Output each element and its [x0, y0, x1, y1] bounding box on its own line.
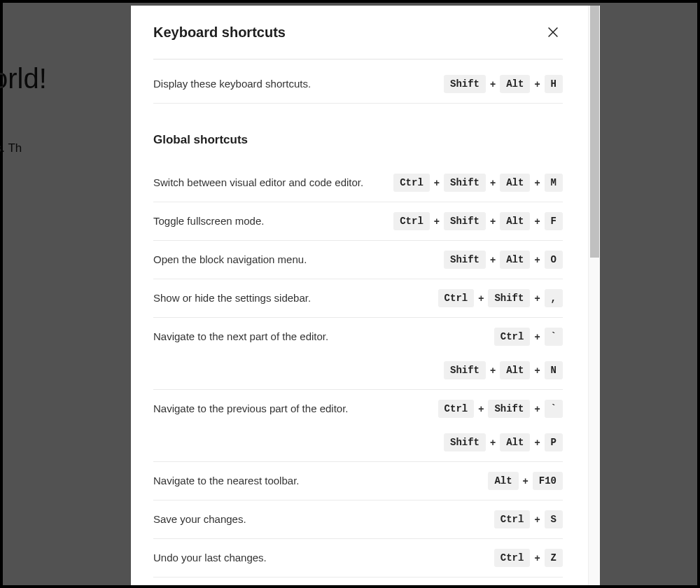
plus-separator: +: [534, 254, 540, 265]
plus-separator: +: [534, 78, 540, 90]
shortcut-row: Navigate to the previous part of the edi…: [153, 390, 563, 462]
key-cap: `: [545, 328, 563, 346]
plus-separator: +: [490, 216, 496, 227]
shortcut-description: Display these keyboard shortcuts.: [153, 75, 431, 92]
shortcut-row: Display these keyboard shortcuts. Shift+…: [153, 59, 563, 104]
plus-separator: +: [523, 475, 528, 486]
key-cap: Ctrl: [393, 212, 430, 230]
key-combination: Ctrl+Z: [494, 549, 563, 567]
key-cap: Ctrl: [494, 549, 531, 567]
plus-separator: +: [534, 437, 540, 448]
key-combination: Ctrl+Shift+Alt+F: [393, 212, 563, 230]
key-cap: N: [545, 361, 563, 379]
shortcut-description: Navigate to the next part of the editor.: [153, 328, 431, 345]
key-combination: Shift+Alt+P: [444, 433, 563, 451]
shortcut-row: Undo your last changes. Ctrl+Z: [153, 539, 563, 578]
plus-separator: +: [490, 365, 496, 376]
key-cap: S: [545, 510, 563, 528]
shortcut-description: Undo your last changes.: [153, 549, 482, 566]
key-cap: `: [545, 400, 563, 418]
key-cap: Alt: [488, 472, 518, 490]
key-groups: Ctrl+S: [494, 510, 563, 528]
key-cap: Ctrl: [494, 510, 531, 528]
key-combination: Ctrl+Shift+Alt+M: [393, 174, 563, 192]
scrollbar-thumb[interactable]: [590, 6, 599, 258]
key-groups: Ctrl+Z: [494, 549, 563, 567]
key-cap: O: [545, 251, 563, 269]
shortcut-row: Navigate to the next part of the editor.…: [153, 318, 563, 390]
key-cap: Ctrl: [393, 174, 430, 192]
plus-separator: +: [534, 365, 540, 376]
shortcut-description: Navigate to the nearest toolbar.: [153, 472, 475, 489]
plus-separator: +: [534, 403, 540, 414]
plus-separator: +: [478, 293, 484, 304]
shortcut-description: Switch between visual editor and code ed…: [153, 174, 381, 191]
key-cap: Alt: [500, 174, 530, 192]
shortcut-description: Toggle fullscreen mode.: [153, 212, 381, 230]
shortcut-description: Navigate to the previous part of the edi…: [153, 400, 426, 417]
shortcut-description: Open the block navigation menu.: [153, 251, 431, 268]
plus-separator: +: [534, 216, 540, 227]
key-cap: Shift: [488, 289, 530, 307]
key-cap: Z: [545, 549, 563, 567]
plus-separator: +: [490, 177, 496, 188]
key-groups: Ctrl+Shift+`Shift+Alt+P: [438, 400, 563, 451]
key-cap: H: [545, 75, 563, 93]
plus-separator: +: [434, 177, 440, 188]
key-cap: Shift: [444, 251, 486, 269]
shortcut-row: Save your changes. Ctrl+S: [153, 500, 563, 539]
shortcut-row: Redo your last undo. Ctrl+Shift+Z: [153, 578, 563, 585]
keyboard-shortcuts-modal: Keyboard shortcuts Display these keyboar…: [131, 6, 600, 585]
shortcut-row: Toggle fullscreen mode. Ctrl+Shift+Alt+F: [153, 202, 563, 241]
key-cap: Alt: [500, 75, 530, 93]
key-cap: P: [545, 433, 563, 451]
shortcut-description: Save your changes.: [153, 510, 482, 528]
section-title: Global shortcuts: [153, 133, 563, 147]
key-cap: Shift: [444, 433, 486, 451]
key-combination: Ctrl+`: [494, 328, 563, 346]
key-groups: Shift+Alt+O: [444, 251, 563, 269]
shortcut-row: Switch between visual editor and code ed…: [153, 164, 563, 202]
key-groups: Ctrl+`Shift+Alt+N: [444, 328, 563, 379]
key-cap: Shift: [444, 361, 486, 379]
key-cap: Ctrl: [494, 328, 531, 346]
key-cap: Alt: [500, 361, 530, 379]
key-combination: Ctrl+Shift+,: [438, 289, 563, 307]
shortcut-description: Show or hide the settings sidebar.: [153, 289, 426, 307]
key-cap: Alt: [500, 251, 530, 269]
key-combination: Alt+F10: [488, 472, 563, 490]
key-cap: Shift: [444, 174, 486, 192]
plus-separator: +: [478, 403, 484, 414]
close-icon: [545, 24, 561, 40]
key-cap: Shift: [488, 400, 530, 418]
key-cap: Ctrl: [438, 289, 475, 307]
plus-separator: +: [490, 78, 496, 90]
close-button[interactable]: [543, 22, 563, 42]
key-groups: Shift+Alt+H: [444, 75, 563, 93]
scrollbar-track[interactable]: [588, 6, 600, 585]
key-cap: Alt: [500, 433, 530, 451]
key-cap: Ctrl: [438, 400, 475, 418]
key-cap: Alt: [500, 212, 530, 230]
key-cap: M: [545, 174, 563, 192]
plus-separator: +: [534, 293, 540, 304]
plus-separator: +: [534, 177, 540, 188]
plus-separator: +: [434, 216, 440, 227]
key-groups: Ctrl+Shift+Alt+M: [393, 174, 563, 192]
shortcut-row: Navigate to the nearest toolbar. Alt+F10: [153, 462, 563, 500]
key-cap: Shift: [444, 212, 486, 230]
plus-separator: +: [534, 514, 540, 525]
plus-separator: +: [534, 331, 540, 342]
key-combination: Ctrl+S: [494, 510, 563, 528]
key-combination: Shift+Alt+O: [444, 251, 563, 269]
key-groups: Alt+F10: [488, 472, 563, 490]
key-groups: Ctrl+Shift+Alt+F: [393, 212, 563, 230]
key-cap: ,: [545, 289, 563, 307]
plus-separator: +: [490, 254, 496, 265]
key-combination: Ctrl+Shift+`: [438, 400, 563, 418]
modal-title: Keyboard shortcuts: [153, 24, 286, 41]
key-groups: Ctrl+Shift+,: [438, 289, 563, 307]
key-combination: Shift+Alt+N: [444, 361, 563, 379]
key-cap: F: [545, 212, 563, 230]
key-cap: F10: [533, 472, 563, 490]
